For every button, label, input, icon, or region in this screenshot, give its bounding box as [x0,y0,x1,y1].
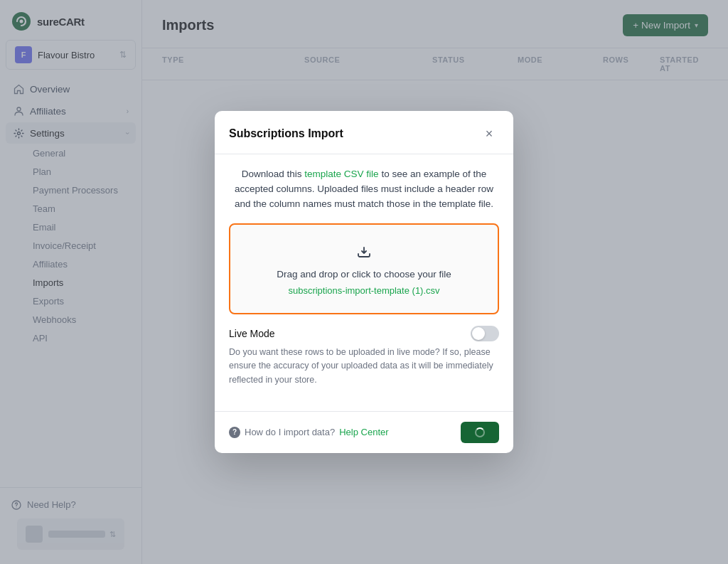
live-mode-description: Do you want these rows to be uploaded in… [229,346,499,387]
toggle-knob [472,327,485,340]
help-question-label: How do I import data? [245,427,335,437]
modal-close-button[interactable]: × [479,124,499,144]
upload-icon [355,242,373,263]
loading-spinner [475,427,485,437]
help-center-link[interactable]: Help Center [339,427,388,437]
dropzone-filename: subscriptions-import-template (1).csv [288,285,439,296]
modal-description: Download this template CSV file to see a… [229,167,499,212]
live-mode-section: Live Mode Do you want these rows to be u… [229,326,499,387]
file-dropzone[interactable]: Drag and drop or click to choose your fi… [229,223,499,314]
dropzone-instruction: Drag and drop or click to choose your fi… [277,269,451,280]
live-mode-label: Live Mode [229,328,275,339]
subscriptions-import-modal: Subscriptions Import × Download this tem… [215,111,513,453]
live-mode-toggle[interactable] [471,326,499,341]
modal-overlay[interactable]: Subscriptions Import × Download this tem… [0,0,728,564]
live-mode-header: Live Mode [229,326,499,341]
modal-header: Subscriptions Import × [215,111,513,154]
modal-body: Download this template CSV file to see a… [215,154,513,411]
template-csv-link[interactable]: template CSV file [304,169,378,179]
modal-footer: ? How do I import data? Help Center [215,411,513,453]
description-before-link: Download this [242,169,305,179]
help-question-icon: ? [229,427,240,438]
submit-button[interactable] [461,422,499,443]
help-text: ? How do I import data? Help Center [229,427,389,438]
modal-title: Subscriptions Import [229,127,343,140]
